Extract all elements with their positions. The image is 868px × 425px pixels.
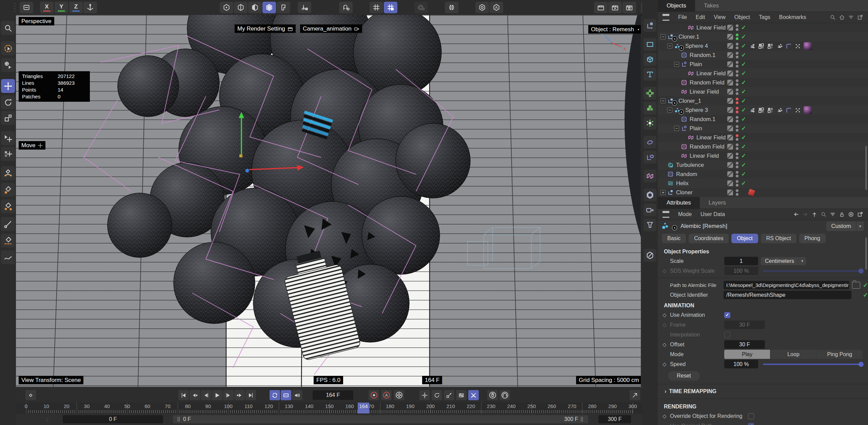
enabled-check-icon[interactable]: ✓ <box>741 134 746 141</box>
tab-objects[interactable]: Objects <box>658 0 695 12</box>
enabled-check-icon[interactable]: ✓ <box>741 79 746 86</box>
tree-row-random-1[interactable]: − Random.1 ✓ <box>658 115 868 124</box>
spline-pen-button[interactable] <box>1 166 15 180</box>
mode-edges-button[interactable] <box>234 2 248 13</box>
enabled-check-icon[interactable]: ✓ <box>741 97 746 104</box>
section-tab-coordinates[interactable]: Coordinates <box>689 234 729 243</box>
live-selection-button[interactable] <box>1 41 15 55</box>
range-end-field[interactable]: 300 F <box>598 415 631 423</box>
display-tag-icon[interactable] <box>767 43 774 50</box>
keyframe-diamond-icon[interactable]: ◇ <box>663 342 670 348</box>
grid-button[interactable] <box>370 2 383 13</box>
display-tag-icon[interactable] <box>767 107 774 114</box>
transform-tool-button[interactable] <box>1 131 15 145</box>
move-tool-button[interactable] <box>1 79 15 93</box>
tree-row-sphere-3[interactable]: − a Sphere 3 ✓ aa <box>658 105 868 115</box>
autokey-button[interactable]: A <box>381 390 392 400</box>
menu-tags[interactable]: Tags <box>759 14 770 20</box>
volume-builder-button[interactable] <box>644 102 656 115</box>
symmetry-gear-button[interactable] <box>445 2 458 13</box>
window-box-button[interactable] <box>20 2 33 13</box>
tree-row-random-field[interactable]: − Random Field ✓ <box>658 142 868 151</box>
null-axis-button[interactable] <box>644 151 656 163</box>
grid-lock-button[interactable] <box>384 2 397 13</box>
section-tab-phong[interactable]: Phong <box>799 234 826 243</box>
layer-toggle[interactable] <box>727 144 733 150</box>
mode-option-play[interactable]: Play <box>724 350 770 359</box>
dots-tag-icon[interactable] <box>794 43 801 50</box>
visibility-dots[interactable] <box>736 171 738 177</box>
up-icon[interactable] <box>811 211 817 217</box>
scale-input[interactable]: 1 <box>724 257 758 265</box>
spline-tag-icon[interactable] <box>785 107 792 114</box>
environment-button[interactable] <box>644 189 656 201</box>
next-frame-button[interactable] <box>223 390 234 400</box>
hex-target-button[interactable] <box>475 2 489 13</box>
kf-scale-button[interactable] <box>444 390 454 400</box>
layer-toggle[interactable] <box>727 61 733 67</box>
tree-row-plain[interactable]: − Plain ✓ <box>658 124 868 133</box>
visibility-dots[interactable] <box>736 134 738 141</box>
back-icon[interactable] <box>793 211 799 217</box>
play-button[interactable] <box>212 390 222 400</box>
sculpt-tool-button[interactable] <box>1 250 15 264</box>
hamburger-icon[interactable] <box>663 14 669 21</box>
tree-row-cloner[interactable]: + Cloner <box>658 188 868 197</box>
layer-toggle[interactable] <box>727 107 733 113</box>
primitive-cube-button[interactable] <box>644 53 656 66</box>
external-icon[interactable] <box>857 14 863 20</box>
menu-object[interactable]: Object <box>734 14 750 20</box>
loop-button[interactable] <box>270 390 280 400</box>
scale-unit-dropdown[interactable]: Centimeters▾ <box>761 257 806 265</box>
mode-object-button[interactable] <box>262 2 276 13</box>
layer-toggle[interactable] <box>727 52 733 58</box>
funnel-button[interactable] <box>644 218 656 231</box>
tree-row-linear-field[interactable]: − Linear Field ✓ <box>658 151 868 160</box>
tree-row-random-1[interactable]: − Random.1 ✓ <box>658 51 868 60</box>
rec-mouse-button[interactable] <box>487 390 498 400</box>
next-key-button[interactable] <box>234 390 245 400</box>
mode-model-button[interactable] <box>277 2 290 13</box>
enabled-check-icon[interactable]: ✓ <box>741 52 746 59</box>
filter-icon[interactable] <box>830 211 836 217</box>
resize-corner-button[interactable] <box>630 390 640 400</box>
visibility-dots[interactable] <box>736 143 738 150</box>
enabled-check-icon[interactable]: ✓ <box>741 171 746 178</box>
enabled-check-icon[interactable]: ✓ <box>741 61 746 68</box>
enabled-check-icon[interactable]: ✓ <box>741 161 746 169</box>
layer-toggle[interactable] <box>727 89 733 95</box>
layer-toggle[interactable] <box>727 43 733 49</box>
mode-option-ping-pong[interactable]: Ping Pong <box>817 350 863 359</box>
rec-key-button[interactable] <box>369 390 379 400</box>
pivot-gear-button[interactable] <box>298 2 311 13</box>
visibility-dots[interactable] <box>736 61 738 67</box>
tree-row-linear-field[interactable]: − Linear Field ✓ <box>658 87 868 96</box>
anim-tag-icon[interactable]: a <box>749 43 755 50</box>
search-icon[interactable] <box>830 14 836 20</box>
visibility-dots[interactable] <box>736 24 738 31</box>
axis-y-button[interactable]: Y <box>55 2 68 13</box>
viewport[interactable]: z x Perspective My Render Setting Camera… <box>16 15 641 388</box>
preview-range-bar[interactable]: 0 F 300 F <box>173 415 588 423</box>
tab-takes[interactable]: Takes <box>695 0 728 12</box>
prev-key-button[interactable] <box>190 390 200 400</box>
range-start-field[interactable]: 0 F <box>63 415 163 423</box>
layer-toggle[interactable] <box>727 153 733 159</box>
camera-label[interactable]: Camera_animation <box>300 24 362 33</box>
goto-end-button[interactable] <box>245 390 256 400</box>
render-settings-button[interactable] <box>623 2 636 13</box>
enabled-check-icon[interactable]: ✓ <box>741 180 746 187</box>
tree-row-cloner-1[interactable]: − a Cloner.1 ✓ <box>658 32 868 41</box>
visibility-dots[interactable] <box>736 125 738 132</box>
tree-row-sphere-4[interactable]: − a Sphere 4 ✓ aa <box>658 41 868 51</box>
filter-icon[interactable] <box>848 14 854 20</box>
use-animation-checkbox[interactable]: ✓ <box>724 312 730 318</box>
expander-icon[interactable]: − <box>660 34 666 39</box>
align-tag-icon[interactable]: a <box>776 107 783 114</box>
layer-toggle[interactable] <box>727 116 733 122</box>
sound-button[interactable] <box>292 390 302 400</box>
tweak-tool-button[interactable] <box>1 58 15 72</box>
camera-button[interactable] <box>644 204 656 216</box>
visibility-dots[interactable] <box>736 34 738 40</box>
menu-user-data[interactable]: User Data <box>701 211 725 217</box>
